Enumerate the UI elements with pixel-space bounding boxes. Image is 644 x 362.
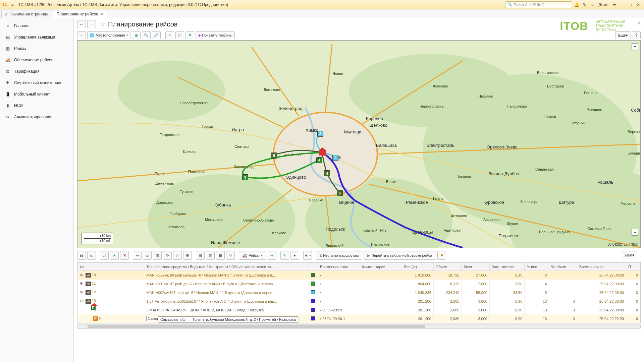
- col-header[interactable]: №: [78, 263, 144, 271]
- expand-icon[interactable]: ⊕: [80, 273, 84, 277]
- sidebar-item-0[interactable]: ≡Главное: [0, 20, 73, 32]
- more-button-2[interactable]: Еще ▾: [622, 251, 637, 259]
- zoom-out-button[interactable]: 🔎: [152, 31, 161, 39]
- maximize-icon[interactable]: □: [627, 1, 634, 8]
- content: × ITOB АВТОМАТИЗАЦИЯТРАНСПОРТНОЙЛОГИСТИК…: [74, 18, 644, 362]
- sidebar-icon: 🚚: [5, 58, 11, 62]
- col-header[interactable]: Комментарий: [360, 263, 402, 271]
- icon-9[interactable]: ▦: [216, 251, 225, 260]
- col-header[interactable]: Временное окно: [318, 263, 360, 271]
- map[interactable]: + − 10 km 10 mi 38.04282, 55.77852 Новая…: [77, 40, 641, 248]
- col-header[interactable]: Загр. метров: [489, 263, 524, 271]
- geozones-button[interactable]: ◈ Показать геозоны: [196, 31, 235, 39]
- fit-button[interactable]: ▣: [132, 31, 141, 39]
- pencil-button[interactable]: ✎: [165, 31, 174, 39]
- demo-label[interactable]: Демо: [597, 1, 610, 8]
- map-marker[interactable]: 4: [316, 157, 322, 163]
- tab-planning[interactable]: Планирование рейсов ×: [53, 10, 107, 18]
- sidebar-item-3[interactable]: 🚚Обеспечение рейсов: [0, 54, 73, 66]
- sidebar-item-1[interactable]: ▤Управление заявками: [0, 32, 73, 43]
- expand-button[interactable]: ›: [77, 31, 86, 39]
- icon-13[interactable]: ⚑: [437, 251, 446, 260]
- close-tab-icon[interactable]: ×: [101, 12, 103, 16]
- sidebar-item-6[interactable]: 📱Мобильный клиент: [0, 88, 73, 100]
- col-header[interactable]: Вес (кг): [402, 263, 433, 271]
- icon-11[interactable]: ✎: [280, 251, 289, 260]
- depot-icon[interactable]: [319, 150, 326, 156]
- expand-icon[interactable]: ⊖: [80, 299, 84, 303]
- nav-back-button[interactable]: ←: [77, 20, 86, 28]
- remove-button[interactable]: ✖: [120, 251, 129, 260]
- sidebar-label: НСИ: [14, 103, 23, 108]
- table-row[interactable]: ⊕ 🚚 11MAN а001аа197 реф до -6 \ Иванов M…: [78, 280, 640, 288]
- add-button[interactable]: ★: [110, 251, 119, 260]
- icon-4[interactable]: ⟳: [163, 251, 172, 260]
- icon-5[interactable]: ☆: [173, 251, 182, 260]
- table-row[interactable]: ⊕ 🚚 12MAN м002мм197 реф до -6 \ Иванов M…: [78, 288, 640, 297]
- col-header[interactable]: [309, 263, 318, 271]
- map-zoom-in[interactable]: +: [632, 43, 638, 50]
- star-icon[interactable]: ☆: [589, 1, 596, 8]
- sidebar-item-7[interactable]: ▮НСИ: [0, 100, 73, 111]
- col-header[interactable]: Объем: [433, 263, 462, 271]
- route-icon: 🚚: [86, 273, 91, 278]
- link-button[interactable]: ⇄: [100, 251, 109, 260]
- global-search[interactable]: 🔍 Поиск Ctrl+Shift+F: [505, 1, 572, 8]
- help-button[interactable]: ?: [632, 31, 641, 39]
- col-header[interactable]: Транспортное средство \ Водитель \ Контр…: [144, 263, 309, 271]
- icon-12[interactable]: ▾: [290, 251, 299, 260]
- chevron-down-icon: ▾: [626, 33, 628, 38]
- collapse-button[interactable]: ▭: [87, 251, 96, 260]
- icon-3[interactable]: ▧: [153, 251, 162, 260]
- settings-icon[interactable]: ☰: [610, 1, 618, 8]
- history-icon[interactable]: ↻: [581, 1, 588, 8]
- bell-icon[interactable]: 🔔: [573, 1, 580, 8]
- icon-6[interactable]: ⚙: [183, 251, 192, 260]
- sidebar-item-5[interactable]: ✚Спутниковый мониторинг: [0, 77, 73, 88]
- col-header[interactable]: Мест: [462, 263, 490, 271]
- map-marker[interactable]: 4: [324, 170, 330, 176]
- close-window-icon[interactable]: ✕: [635, 1, 642, 8]
- table-row[interactable]: П 15 МАГИСТРАЛЬНАЯ УЛ., ДОМ 7 КОР. 2, МО…: [78, 306, 640, 314]
- map-marker[interactable]: 3: [317, 131, 323, 137]
- icon-1[interactable]: ∿: [133, 251, 142, 260]
- eraser-button[interactable]: ◫: [175, 31, 184, 39]
- goto-button[interactable]: ▶ Перейти к выбранной строке рейса: [364, 251, 436, 260]
- icon-8[interactable]: ▥: [206, 251, 215, 260]
- zoom-in-button[interactable]: 🔍: [142, 31, 151, 39]
- menu-icon[interactable]: ≡: [9, 2, 16, 8]
- sidebar-item-2[interactable]: ▦Рейсы: [0, 43, 73, 54]
- sidebar-item-4[interactable]: ⚖Тарификация: [0, 66, 73, 77]
- expand-icon[interactable]: ⊕: [80, 281, 84, 286]
- icon-10[interactable]: ➜: [268, 251, 276, 260]
- refresh-button[interactable]: ↻: [226, 251, 235, 260]
- map-marker[interactable]: 3: [332, 155, 338, 161]
- tab-home[interactable]: ⌂ Начальная страница: [1, 10, 52, 18]
- sidebar-item-8[interactable]: ⚙Администрирование: [0, 111, 73, 123]
- map-marker[interactable]: 3: [242, 174, 248, 180]
- flag-button[interactable]: ⚑: [185, 31, 194, 39]
- nav-forward-button[interactable]: →: [87, 20, 96, 28]
- icon-2[interactable]: ⧈: [143, 251, 152, 260]
- map-zoom-out[interactable]: −: [632, 229, 638, 236]
- more-button[interactable]: Еще ▾: [615, 31, 631, 39]
- table-row[interactable]: ⊕ 🚚 10MAN н555нн190 реф меньше -6 \ Иван…: [78, 271, 640, 280]
- itogi-button[interactable]: Σ Итоги по маршрутам: [316, 251, 363, 260]
- routes-dropdown[interactable]: 🚛 Рейсы ▾: [239, 251, 266, 260]
- location-dropdown[interactable]: 🌐 Местоположение ▾: [87, 31, 130, 39]
- col-header[interactable]: Время начала: [577, 263, 626, 271]
- print-button[interactable]: 🖨▾: [303, 251, 312, 260]
- icon-7[interactable]: ▤: [196, 251, 205, 260]
- favorite-icon[interactable]: ☆: [100, 20, 105, 28]
- col-header[interactable]: П: [626, 263, 640, 271]
- expand-icon[interactable]: ⊕: [80, 290, 84, 294]
- table-row[interactable]: ⊖ 🚚 131.5Т Автомобиль ф002фф197 \ Рябчен…: [78, 297, 640, 306]
- col-header[interactable]: % объем: [549, 263, 577, 271]
- horizontal-scrollbar[interactable]: [77, 324, 641, 329]
- col-header[interactable]: % вес: [525, 263, 549, 271]
- map-marker[interactable]: 6: [271, 153, 277, 159]
- minimize-icon[interactable]: —: [619, 1, 626, 8]
- tree-button[interactable]: ☷: [77, 251, 86, 260]
- map-marker[interactable]: 5: [337, 190, 343, 196]
- close-page-icon[interactable]: ×: [638, 20, 641, 25]
